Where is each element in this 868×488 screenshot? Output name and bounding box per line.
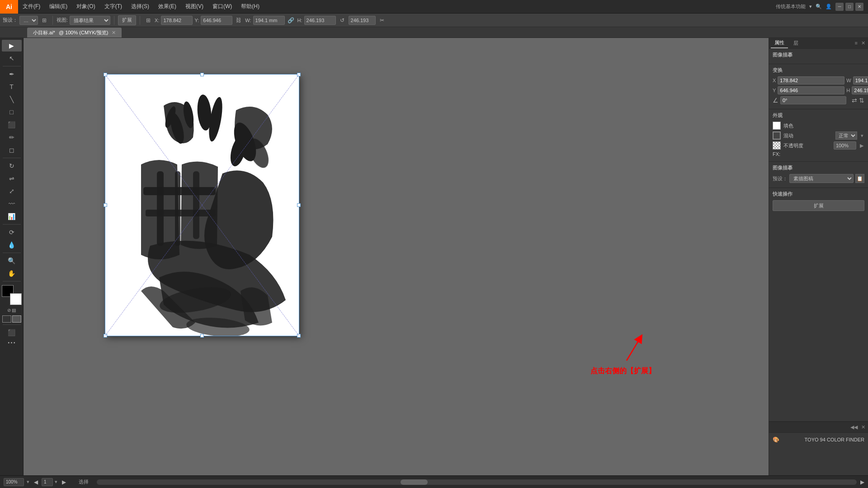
quick-expand-button[interactable]: 扩展 (773, 200, 864, 211)
preset-select[interactable]: … (19, 16, 38, 25)
w-label: W: (245, 18, 251, 23)
draw-mode[interactable]: ⬛ (2, 327, 22, 338)
menu-window[interactable]: 窗口(W) (208, 0, 236, 13)
tab-properties[interactable]: 属性 (771, 38, 788, 48)
pencil-tool[interactable]: ✏ (2, 131, 22, 143)
stroke-color[interactable] (10, 293, 22, 305)
close-button[interactable]: ✕ (855, 3, 863, 11)
menu-file[interactable]: 文件(F) (18, 0, 45, 13)
trace-preset-select[interactable]: 素描图稿 (789, 174, 854, 183)
maximize-button[interactable]: □ (845, 3, 854, 11)
opacity-swatch[interactable] (773, 141, 781, 150)
next-page[interactable]: ▶ (62, 479, 66, 485)
quick-title: 快速操作 (773, 191, 864, 197)
opacity-expand[interactable]: ▶ (859, 143, 864, 149)
tab-close-button[interactable]: ✕ (112, 30, 116, 36)
tab-layers[interactable]: 层 (790, 38, 802, 48)
reflect-tool[interactable]: ⇌ (2, 173, 22, 184)
page-dropdown[interactable]: ▾ (54, 479, 58, 485)
eraser-tool[interactable]: ◻ (2, 144, 22, 156)
toolbar-group-coords: ⊞ X: Y: ⛓ W: 🔗 H: ↺ ✂ (144, 16, 386, 25)
blend-swatch[interactable] (773, 131, 781, 140)
zoom-input[interactable] (4, 478, 24, 486)
menu-select[interactable]: 选择(S) (127, 0, 154, 13)
h-input[interactable] (304, 16, 336, 25)
rotate-tool[interactable]: ↻ (2, 160, 22, 172)
grid-icon[interactable]: ⊞ (40, 16, 49, 25)
scroll-right[interactable]: ▶ (860, 479, 864, 485)
transform-w[interactable] (853, 76, 868, 84)
dropdown-icon[interactable]: ▾ (809, 4, 812, 9)
menu-text[interactable]: 文字(T) (100, 0, 127, 13)
panel-menu-btn[interactable]: ≡ (854, 40, 859, 46)
graph-tool[interactable]: 📊 (2, 211, 22, 222)
hand-tool[interactable]: ✋ (2, 267, 22, 279)
zoom-tool[interactable]: 🔍 (2, 255, 22, 267)
expand-button[interactable]: 扩展 (118, 15, 136, 25)
bottom-panel-pin[interactable]: ◀◀ (849, 424, 859, 430)
canvas-area[interactable]: 点击右侧的【扩展】 (24, 38, 769, 475)
search-icon[interactable]: 🔍 (816, 4, 822, 9)
menu-edit[interactable]: 编辑(E) (45, 0, 72, 13)
calligraphy-svg (105, 74, 299, 336)
transform-wh-row: Y H (773, 86, 864, 94)
zoom-dropdown[interactable]: ▾ (26, 479, 30, 485)
transform-y[interactable] (778, 86, 844, 94)
angle-input[interactable] (349, 16, 376, 25)
menu-help[interactable]: 帮助(H) (236, 0, 264, 13)
tab-info: @ 100% (CMYK/预览) (59, 29, 108, 36)
tool-label-area: 选择 (79, 479, 89, 485)
pen-tool[interactable]: ✒ (2, 68, 22, 80)
view-select[interactable]: 描摹结果 (70, 16, 110, 25)
more-tools[interactable]: • • • (7, 339, 16, 346)
select-tool[interactable]: ▶ (2, 40, 22, 52)
x-input[interactable] (161, 16, 193, 25)
eyedropper-tool[interactable]: 💧 (2, 239, 22, 251)
fill-mode[interactable] (2, 315, 11, 323)
rect-tool[interactable]: □ (2, 106, 22, 118)
blend-tool[interactable]: ⟳ (2, 226, 22, 238)
minimize-button[interactable]: ─ (835, 3, 844, 11)
y-input[interactable] (201, 16, 232, 25)
blend-select[interactable]: 正常 (835, 131, 857, 140)
stroke-mode[interactable] (12, 315, 21, 323)
menu-effect[interactable]: 效果(E) (154, 0, 181, 13)
paint-tool[interactable]: ⬛ (2, 119, 22, 131)
scale-tool[interactable]: ⤢ (2, 185, 22, 197)
panel-close-btn[interactable]: ✕ (860, 40, 866, 46)
document-tab[interactable]: 小目标.ai* @ 100% (CMYK/预览) ✕ (27, 28, 122, 38)
rotate-icon: ↺ (338, 16, 347, 25)
w-input[interactable] (253, 16, 285, 25)
link-icon[interactable]: ⛓ (234, 16, 243, 25)
opacity-input[interactable] (834, 141, 856, 150)
align-icon: ⊞ (144, 16, 153, 25)
flip-v-icon: ⇅ (859, 97, 864, 104)
menu-object[interactable]: 对象(O) (72, 0, 99, 13)
constrain-icon[interactable]: 🔗 (287, 16, 296, 25)
none-color[interactable]: ⊘ (7, 308, 11, 313)
page-input[interactable] (42, 478, 53, 486)
separator-2 (114, 16, 114, 25)
gradient-color[interactable]: ▤ (12, 308, 16, 313)
h-scrollbar-thumb[interactable] (401, 479, 428, 485)
prev-page[interactable]: ◀ (34, 479, 38, 485)
transform-angle[interactable] (780, 96, 846, 104)
color-modes: ⊘ ▤ (7, 308, 16, 313)
blend-options[interactable]: ▾ (860, 133, 864, 139)
h-scrollbar[interactable] (97, 479, 857, 485)
app-logo: Ai (0, 0, 18, 14)
warp-tool[interactable]: 〰 (2, 198, 22, 210)
opacity-row: 不透明度 ▶ (773, 141, 864, 150)
transform-x[interactable] (778, 76, 844, 84)
separator-1 (52, 16, 53, 25)
transform-h[interactable] (852, 86, 868, 94)
trace-action-btn[interactable]: 📋 (855, 174, 864, 183)
user-icon[interactable]: 👤 (826, 4, 832, 9)
direct-select-tool[interactable]: ↖ (2, 52, 22, 64)
menu-view[interactable]: 视图(V) (181, 0, 208, 13)
line-tool[interactable]: ╲ (2, 94, 22, 105)
transform-xy-row: X W mm (773, 76, 864, 84)
fill-swatch[interactable] (773, 122, 781, 130)
bottom-panel-close[interactable]: ✕ (860, 424, 866, 430)
text-tool[interactable]: T (2, 81, 22, 93)
